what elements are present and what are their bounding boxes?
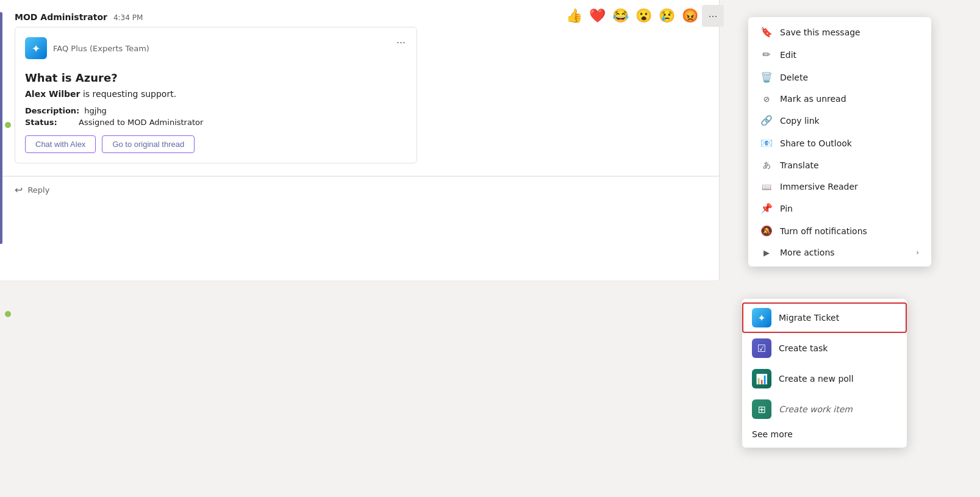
menu-label-share-outlook: Share to Outlook	[780, 138, 919, 148]
create-poll-label: Create a new poll	[779, 374, 854, 384]
notification-off-icon: 🔕	[760, 225, 773, 237]
menu-label-more-actions: More actions	[780, 248, 909, 257]
menu-item-edit[interactable]: ✏️ Edit	[748, 43, 931, 66]
app-name: FAQ Plus (Experts Team)	[53, 44, 149, 53]
menu-item-translate[interactable]: あ Translate	[748, 154, 931, 176]
menu-label-translate: Translate	[780, 160, 919, 170]
sad-reaction[interactable]: 😢	[656, 5, 678, 27]
menu-item-pin[interactable]: 📌 Pin	[748, 197, 931, 220]
surprised-reaction[interactable]: 😮	[632, 5, 654, 27]
menu-item-mark-unread[interactable]: ⊘ Mark as unread	[748, 88, 931, 109]
sender-name: MOD Administrator	[15, 12, 107, 22]
context-menu: 🔖 Save this message ✏️ Edit 🗑️ Delete ⊘ …	[748, 17, 931, 266]
create-work-icon: ⊞	[752, 399, 771, 419]
more-actions-icon: ▶	[760, 248, 773, 257]
field-label-status: Status:	[25, 118, 74, 127]
timestamp: 4:34 PM	[113, 13, 143, 22]
heart-reaction[interactable]: ❤️	[586, 5, 608, 27]
migrate-ticket-label: Migrate Ticket	[779, 313, 839, 323]
migrate-ticket-icon: ✦	[752, 308, 771, 327]
menu-label-delete: Delete	[780, 73, 919, 82]
menu-label-pin: Pin	[780, 204, 919, 213]
field-value-status: Assigned to MOD Administrator	[79, 118, 203, 127]
menu-item-save[interactable]: 🔖 Save this message	[748, 21, 931, 43]
card-header: ✦ FAQ Plus (Experts Team) ···	[25, 37, 407, 64]
pin-icon: 📌	[760, 202, 773, 214]
menu-item-delete[interactable]: 🗑️ Delete	[748, 66, 931, 88]
menu-item-share-outlook[interactable]: 📧 Share to Outlook	[748, 132, 931, 154]
reply-icon: ↩	[15, 184, 23, 196]
card-actions: Chat with Alex Go to original thread	[25, 135, 407, 153]
second-message-area	[0, 281, 720, 497]
bookmark-icon: 🔖	[760, 26, 773, 38]
chat-area: MOD Administrator 4:34 PM ✦ FAQ Plus (Ex…	[0, 0, 720, 497]
create-work-label: Create work item	[779, 404, 853, 414]
field-value-description: hgjhg	[84, 106, 107, 115]
more-reactions-button[interactable]: ···	[702, 5, 724, 27]
thumbs-up-reaction[interactable]: 👍	[563, 5, 585, 27]
migrate-ticket-item[interactable]: ✦ Migrate Ticket	[742, 302, 907, 333]
menu-item-immersive-reader[interactable]: 📖 Immersive Reader	[748, 176, 931, 197]
create-poll-icon: 📊	[752, 369, 771, 388]
link-icon: 🔗	[760, 115, 773, 126]
status-dot-2	[5, 311, 11, 317]
more-actions-submenu: ✦ Migrate Ticket ☑ Create task 📊 Create …	[742, 299, 907, 448]
card-fields: Description: hgjhg Status: Assigned to M…	[25, 106, 407, 127]
create-task-label: Create task	[779, 343, 828, 353]
create-work-item[interactable]: ⊞ Create work item	[742, 394, 907, 424]
menu-label-mark-unread: Mark as unread	[780, 94, 919, 104]
menu-label-notifications: Turn off notifications	[780, 226, 919, 236]
card-subtitle: Alex Wilber is requesting support.	[25, 89, 407, 99]
email-icon: 📧	[760, 137, 773, 149]
create-task-item[interactable]: ☑ Create task	[742, 333, 907, 363]
reply-label: Reply	[27, 185, 49, 195]
go-to-thread-button[interactable]: Go to original thread	[102, 135, 195, 153]
translate-icon: あ	[760, 160, 773, 171]
reply-bar[interactable]: ↩ Reply	[0, 176, 719, 203]
laugh-reaction[interactable]: 😂	[609, 5, 631, 27]
status-dot-1	[5, 122, 11, 128]
app-icon: ✦	[25, 37, 47, 59]
subtitle-text: is requesting support.	[80, 89, 177, 99]
requester-name: Alex Wilber	[25, 89, 80, 99]
menu-label-edit: Edit	[780, 50, 919, 60]
menu-label-save: Save this message	[780, 27, 919, 37]
trash-icon: 🗑️	[760, 71, 773, 83]
card-more-button[interactable]: ···	[393, 35, 409, 50]
angry-reaction[interactable]: 😡	[679, 5, 701, 27]
see-more-button[interactable]: See more	[742, 424, 907, 444]
card-field-status: Status: Assigned to MOD Administrator	[25, 118, 407, 127]
mark-unread-icon: ⊘	[760, 95, 773, 104]
chevron-right-icon: ›	[916, 248, 919, 257]
chat-with-alex-button[interactable]: Chat with Alex	[25, 135, 96, 153]
message-card: ✦ FAQ Plus (Experts Team) ··· What is Az…	[15, 27, 417, 163]
menu-label-copy-link: Copy link	[780, 116, 919, 126]
menu-item-notifications[interactable]: 🔕 Turn off notifications	[748, 220, 931, 242]
create-poll-item[interactable]: 📊 Create a new poll	[742, 363, 907, 394]
card-field-description: Description: hgjhg	[25, 106, 407, 115]
create-task-icon: ☑	[752, 338, 771, 358]
menu-item-copy-link[interactable]: 🔗 Copy link	[748, 109, 931, 132]
menu-item-more-actions[interactable]: ▶ More actions ›	[748, 242, 931, 263]
immersive-reader-icon: 📖	[760, 182, 773, 191]
field-label-description: Description:	[25, 106, 79, 115]
card-title: What is Azure?	[25, 71, 407, 84]
menu-label-immersive-reader: Immersive Reader	[780, 182, 919, 191]
edit-icon: ✏️	[760, 49, 773, 60]
